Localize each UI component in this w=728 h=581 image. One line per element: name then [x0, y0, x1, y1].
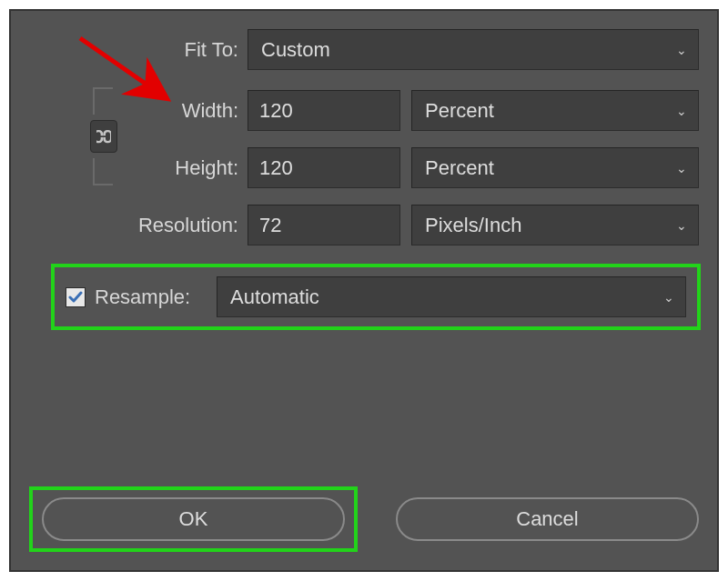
- chevron-down-icon: ⌄: [663, 290, 674, 305]
- chevron-down-icon: ⌄: [676, 43, 687, 57]
- cancel-button-label: Cancel: [516, 507, 578, 531]
- fit-to-value: Custom: [261, 38, 330, 62]
- resolution-row: Resolution: Pixels/Inch ⌄: [29, 205, 699, 245]
- chevron-down-icon: ⌄: [676, 218, 687, 233]
- resolution-label: Resolution:: [29, 214, 248, 237]
- chevron-down-icon: ⌄: [676, 161, 687, 175]
- height-unit-value: Percent: [425, 156, 494, 180]
- height-row: Height: Percent ⌄: [29, 147, 699, 188]
- height-unit-select[interactable]: Percent ⌄: [411, 147, 699, 188]
- check-icon: [68, 290, 83, 305]
- resample-row-highlight: Resample: Automatic ⌄: [51, 264, 701, 330]
- chevron-down-icon: ⌄: [676, 104, 687, 118]
- width-input[interactable]: [248, 90, 400, 131]
- width-unit-select[interactable]: Percent ⌄: [411, 90, 699, 131]
- resolution-input[interactable]: [248, 205, 400, 245]
- fit-to-label: Fit To:: [29, 38, 248, 62]
- height-label: Height:: [29, 156, 248, 180]
- resample-label: Resample:: [95, 285, 202, 309]
- dialog-frame: Fit To: Custom ⌄ Width: Per: [9, 9, 719, 572]
- height-input[interactable]: [248, 147, 400, 188]
- width-unit-value: Percent: [425, 99, 494, 123]
- button-bar: OK Cancel: [29, 486, 699, 552]
- width-row: Width: Percent ⌄: [29, 90, 699, 131]
- resample-select[interactable]: Automatic ⌄: [217, 276, 686, 317]
- resample-checkbox[interactable]: [66, 287, 86, 307]
- resolution-unit-value: Pixels/Inch: [425, 214, 521, 237]
- fit-to-select[interactable]: Custom ⌄: [248, 29, 699, 70]
- image-size-dialog: Fit To: Custom ⌄ Width: Per: [13, 13, 715, 568]
- ok-button[interactable]: OK: [42, 497, 345, 541]
- ok-highlight: OK: [29, 486, 358, 552]
- fit-to-row: Fit To: Custom ⌄: [29, 29, 699, 70]
- cancel-button[interactable]: Cancel: [396, 497, 699, 541]
- width-label: Width:: [29, 99, 248, 123]
- cancel-wrap: Cancel: [396, 486, 699, 552]
- resample-value: Automatic: [230, 285, 319, 309]
- ok-button-label: OK: [179, 507, 208, 531]
- resolution-unit-select[interactable]: Pixels/Inch ⌄: [411, 205, 699, 245]
